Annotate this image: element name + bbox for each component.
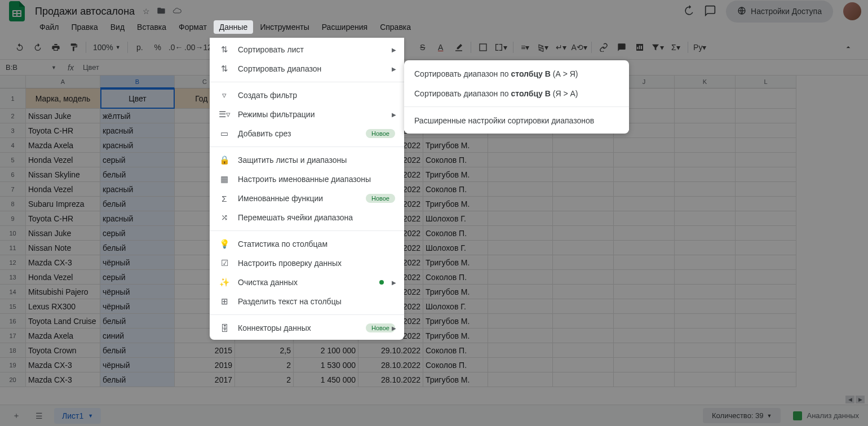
menu-вставка[interactable]: Вставка (131, 20, 172, 34)
cell[interactable]: Nissan Juke (26, 109, 100, 123)
cell[interactable] (736, 226, 796, 241)
filter-toolbar-button[interactable]: ▾ (649, 39, 666, 56)
cell[interactable] (614, 358, 675, 372)
cell[interactable] (614, 226, 675, 241)
wrap-button[interactable]: ↵▾ (553, 39, 570, 56)
row-header[interactable]: 7 (0, 182, 26, 197)
cell[interactable]: чёрный (100, 358, 175, 372)
cell[interactable]: Соколов П. (423, 153, 488, 167)
menu-item-режимы-фильтрации[interactable]: ☰▿Режимы фильтрации▶ (210, 105, 404, 124)
menu-item-настроить-именованные-диапазоны[interactable]: ▦Настроить именованные диапазоны (210, 170, 404, 189)
percent-button[interactable]: % (149, 39, 166, 56)
cell[interactable] (488, 241, 553, 255)
add-sheet-button[interactable]: ＋ (9, 411, 24, 421)
menu-item-сортировать-лист[interactable]: ⇅Сортировать лист▶ (210, 40, 404, 59)
cell[interactable] (553, 241, 614, 255)
sheets-logo[interactable] (7, 1, 27, 21)
currency-button[interactable]: р. (131, 39, 148, 56)
cell[interactable] (736, 314, 796, 329)
cell[interactable] (675, 138, 736, 153)
cell[interactable]: 2019 (175, 358, 235, 372)
cell[interactable] (553, 329, 614, 343)
cell[interactable]: красный (100, 123, 175, 138)
cell[interactable] (736, 285, 796, 299)
cell[interactable] (614, 153, 675, 167)
cell[interactable]: Toyota Land Cruise (26, 314, 100, 329)
cell[interactable] (488, 182, 553, 197)
fill-color-button[interactable] (450, 39, 467, 56)
cell[interactable]: Honda Vezel (26, 270, 100, 285)
cell[interactable] (736, 299, 796, 314)
dec-decimal-button[interactable]: .0← (167, 39, 184, 56)
redo-button[interactable] (29, 39, 46, 56)
cell[interactable] (553, 197, 614, 211)
cell[interactable] (614, 372, 675, 387)
row-header[interactable]: 2 (0, 109, 26, 123)
share-button[interactable]: Настройки Доступа (726, 1, 833, 23)
cell[interactable] (736, 197, 796, 211)
cell[interactable] (675, 197, 736, 211)
avatar[interactable] (843, 2, 861, 20)
row-header[interactable]: 19 (0, 358, 26, 372)
cell[interactable] (675, 88, 736, 109)
name-box[interactable]: B:B▼ (0, 63, 62, 72)
cell[interactable] (553, 372, 614, 387)
cell[interactable] (488, 299, 553, 314)
cell[interactable] (488, 153, 553, 167)
cell[interactable]: Toyota C-HR (26, 123, 100, 138)
cell[interactable]: Subaru Impreza (26, 197, 100, 211)
cell[interactable]: 2017 (175, 372, 235, 387)
cell[interactable]: Mazda CX-3 (26, 358, 100, 372)
cell[interactable]: красный (100, 211, 175, 226)
menu-файл[interactable]: Файл (34, 20, 64, 34)
print-button[interactable] (47, 39, 64, 56)
cell[interactable] (736, 88, 796, 109)
rotate-button[interactable]: A⟲▾ (571, 39, 588, 56)
cell[interactable]: 2 (235, 372, 294, 387)
cell[interactable] (553, 182, 614, 197)
cell[interactable]: Mitsubishi Pajero (26, 285, 100, 299)
col-header[interactable]: K (675, 76, 736, 88)
cell[interactable]: 2 (235, 358, 294, 372)
star-icon[interactable]: ☆ (143, 7, 150, 16)
cell[interactable] (675, 372, 736, 387)
row-header[interactable]: 6 (0, 167, 26, 182)
cell[interactable] (488, 285, 553, 299)
cell[interactable]: Mazda Axela (26, 138, 100, 153)
cell[interactable] (614, 182, 675, 197)
row-header[interactable]: 9 (0, 211, 26, 226)
cell[interactable]: Mazda Axela (26, 329, 100, 343)
cell[interactable] (675, 285, 736, 299)
cell[interactable]: белый (100, 197, 175, 211)
menu-вид[interactable]: Вид (105, 20, 130, 34)
cell[interactable]: Toyota C-HR (26, 211, 100, 226)
cell[interactable] (614, 255, 675, 270)
cell[interactable] (488, 138, 553, 153)
cell[interactable]: белый (100, 241, 175, 255)
cell[interactable]: Honda Vezel (26, 182, 100, 197)
cell[interactable] (553, 153, 614, 167)
cell[interactable] (553, 314, 614, 329)
cell[interactable]: красный (100, 138, 175, 153)
menu-расширения[interactable]: Расширения (316, 20, 373, 34)
cell[interactable]: Тригубов М. (423, 372, 488, 387)
chart-button[interactable] (631, 39, 648, 56)
row-header[interactable]: 3 (0, 123, 26, 138)
cell[interactable] (614, 138, 675, 153)
cell[interactable] (736, 329, 796, 343)
cell[interactable]: 1 530 000 (294, 358, 358, 372)
cell[interactable]: серый (100, 226, 175, 241)
cell[interactable] (553, 270, 614, 285)
cell[interactable]: 29.10.2022 (358, 343, 423, 358)
link-button[interactable] (595, 39, 612, 56)
row-header[interactable]: 16 (0, 314, 26, 329)
cell[interactable]: Шолохов Г. (423, 299, 488, 314)
cell[interactable] (675, 182, 736, 197)
cell[interactable] (736, 123, 796, 138)
cell[interactable] (675, 241, 736, 255)
cell[interactable] (553, 299, 614, 314)
history-icon[interactable] (683, 5, 694, 18)
cell[interactable]: чёрный (100, 299, 175, 314)
functions-button[interactable]: Σ▾ (667, 39, 684, 56)
cell[interactable] (553, 167, 614, 182)
